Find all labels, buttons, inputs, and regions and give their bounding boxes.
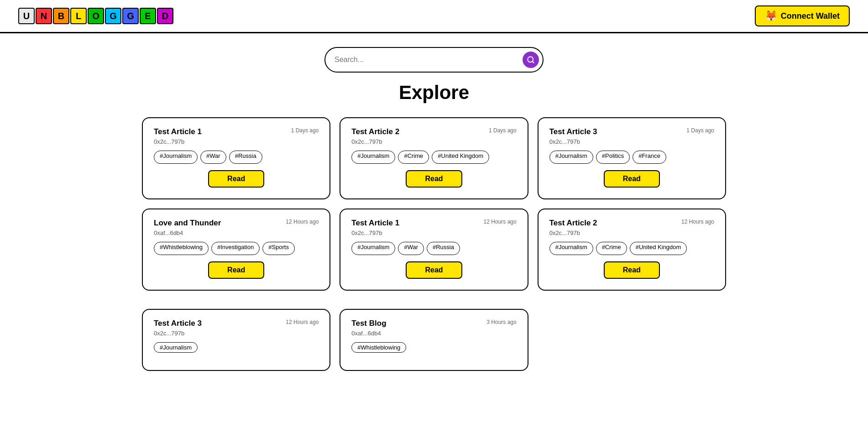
card-footer: Read [154,170,319,188]
article-tags: #Journalism#Politics#France [549,151,714,164]
connect-wallet-button[interactable]: 🦊 Connect Wallet [755,5,850,26]
logo-letter-n1: N [36,8,52,24]
article-tags: #Journalism#War#Russia [351,242,516,255]
article-author: 0xaf...6db4 [351,330,516,337]
article-author: 0x2c...797b [549,229,714,236]
tag: #France [633,151,666,164]
article-author: 0x2c...797b [351,138,516,145]
card-header: Test Article 31 Days ago [549,127,714,136]
search-input[interactable] [335,56,523,64]
article-time: 12 Hours ago [681,219,714,225]
article-time: 12 Hours ago [484,219,517,225]
article-card-partial: Test Article 312 Hours ago0x2c...797b#Jo… [142,309,330,371]
article-title: Test Article 3 [549,127,597,136]
tag: #Russia [427,242,460,255]
tag: #United Kingdom [432,151,489,164]
empty-card [538,309,726,371]
read-button[interactable]: Read [406,170,462,188]
article-card: Love and Thunder12 Hours ago0xaf...6db4#… [142,209,330,291]
tag: #Whistleblowing [154,242,209,255]
article-title: Test Article 2 [351,127,399,136]
article-card: Test Article 21 Days ago0x2c...797b#Jour… [340,117,528,199]
article-author: 0xaf...6db4 [154,229,319,236]
tag: #Crime [596,242,627,255]
article-author: 0x2c...797b [154,330,319,337]
article-title: Test Article 2 [549,219,597,228]
article-tags: #Journalism#War#Russia [154,151,319,164]
tag: #Journalism [549,151,593,164]
logo-letter-u0: U [18,8,35,24]
tag: #Journalism [154,151,198,164]
article-card: Test Article 11 Days ago0x2c...797b#Jour… [142,117,330,199]
article-author: 0x2c...797b [549,138,714,145]
article-time: 1 Days ago [489,127,517,134]
card-header: Test Article 11 Days ago [154,127,319,136]
article-tags: #Whistleblowing#Investigation#Sports [154,242,319,255]
article-time: 1 Days ago [291,127,319,134]
article-card: Test Article 212 Hours ago0x2c...797b#Jo… [538,209,726,291]
read-button[interactable]: Read [604,170,660,188]
tag: #Crime [398,151,429,164]
tag: #Politics [596,151,630,164]
search-section [0,47,868,73]
article-title: Test Article 1 [154,127,202,136]
article-tags: #Journalism#Crime#United Kingdom [351,151,516,164]
article-title: Test Article 3 [154,319,202,328]
articles-grid-partial: Test Article 312 Hours ago0x2c...797b#Jo… [115,309,753,389]
read-button[interactable]: Read [208,261,264,279]
article-time: 1 Days ago [686,127,714,134]
tag: #Russia [229,151,262,164]
tag: #Journalism [549,242,593,255]
card-header: Test Article 312 Hours ago [154,319,319,328]
article-time: 12 Hours ago [286,219,319,225]
logo-letter-e7: E [140,8,156,24]
read-button[interactable]: Read [208,170,264,188]
logo-letter-g5: G [105,8,121,24]
card-footer: Read [351,170,516,188]
search-button[interactable] [523,52,539,68]
card-header: Test Article 212 Hours ago [549,219,714,228]
tag: #Whistleblowing [351,342,406,353]
card-footer: Read [549,170,714,188]
article-tags: #Journalism [154,342,319,353]
connect-wallet-label: Connect Wallet [781,11,840,21]
article-title: Test Blog [351,319,386,328]
read-button[interactable]: Read [604,261,660,279]
tag: #Journalism [351,242,395,255]
metamask-icon: 🦊 [765,10,777,22]
card-footer: Read [351,261,516,279]
article-title: Love and Thunder [154,219,221,228]
card-header: Love and Thunder12 Hours ago [154,219,319,228]
article-card: Test Article 112 Hours ago0x2c...797b#Jo… [340,209,528,291]
article-time: 3 Hours ago [486,319,516,325]
tag: #Investigation [211,242,260,255]
logo-letter-o4: O [88,8,104,24]
logo-letter-l3: L [70,8,87,24]
article-tags: #Whistleblowing [351,342,516,353]
page-title: Explore [0,82,868,104]
article-author: 0x2c...797b [351,229,516,236]
card-header: Test Article 112 Hours ago [351,219,516,228]
tag: #Sports [262,242,295,255]
search-bar [324,47,544,73]
tag: #War [200,151,226,164]
card-footer: Read [154,261,319,279]
logo-letter-d8: D [157,8,173,24]
read-button[interactable]: Read [406,261,462,279]
card-footer: Read [549,261,714,279]
tag: #United Kingdom [630,242,687,255]
article-card: Test Article 31 Days ago0x2c...797b#Jour… [538,117,726,199]
card-header: Test Blog3 Hours ago [351,319,516,328]
articles-grid: Test Article 11 Days ago0x2c...797b#Jour… [115,117,753,309]
logo: UNBLOGGED [18,8,173,24]
article-card-partial: Test Blog3 Hours ago0xaf...6db4#Whistleb… [340,309,528,371]
svg-line-1 [532,61,533,63]
article-tags: #Journalism#Crime#United Kingdom [549,242,714,255]
header: UNBLOGGED 🦊 Connect Wallet [0,0,868,33]
tag: #Journalism [351,151,395,164]
logo-letter-b2: B [53,8,69,24]
tag: #War [398,242,424,255]
article-time: 12 Hours ago [286,319,319,325]
article-author: 0x2c...797b [154,138,319,145]
card-header: Test Article 21 Days ago [351,127,516,136]
